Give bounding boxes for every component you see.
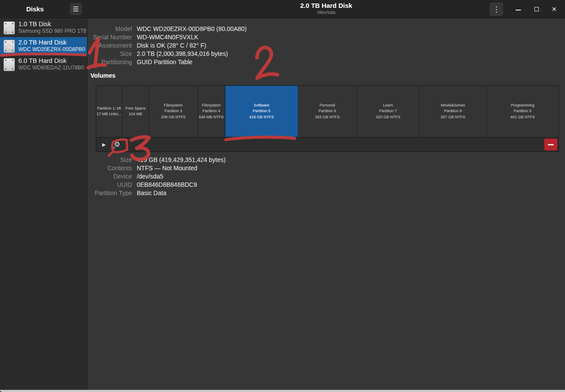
volume-toolbar: ▶ ⚙ <box>96 138 559 152</box>
info-label: Partition Type <box>88 189 132 197</box>
minimize-button[interactable] <box>513 3 524 15</box>
info-value: /dev/sda5 <box>137 172 163 181</box>
info-label: Size <box>88 156 132 164</box>
info-value: NTFS — Not Mounted <box>137 164 198 172</box>
app-menu-button[interactable]: ⋮ <box>489 2 504 17</box>
segment-line: 283 GB NTFS <box>315 114 340 120</box>
disk-title: 2.0 TB Hard Disk <box>18 39 86 46</box>
disk-title: 6.0 TB Hard Disk <box>18 57 86 64</box>
sidebar-item-disk-6tb[interactable]: 6.0 TB Hard Disk WDC WD60EDAZ-11U78B0 <box>0 55 87 74</box>
sidebar-item-disk-1tb[interactable]: 1.0 TB Disk Samsung SSD 980 PRO 1TB <box>0 19 87 37</box>
volume-box: Partition 1: Mi 17 MB Unkn... Free Space… <box>96 85 559 152</box>
info-value: WDC WD20EZRX-00D8PB0 (80.00A80) <box>137 25 246 33</box>
partition-options-button[interactable]: ⚙ <box>111 139 124 151</box>
delete-partition-button[interactable] <box>544 138 558 151</box>
info-row-uuid: UUID 0EB846D8B846BDC9 <box>88 181 565 189</box>
segment-line: Filesystem <box>202 103 221 109</box>
segment-line: Filesystem <box>164 103 183 109</box>
info-label: Contents <box>88 164 132 172</box>
info-row-partition-type: Partition Type Basic Data <box>88 189 565 197</box>
disk-title: 1.0 TB Disk <box>18 21 86 28</box>
segment-line: 419 GB NTFS <box>249 114 274 120</box>
close-icon: ✕ <box>551 6 557 13</box>
segment-line: 401 GB NTFS <box>510 114 535 120</box>
segment-line: Movie&Series <box>441 103 465 109</box>
minus-icon <box>548 144 554 145</box>
info-row-serial: Serial Number WD-WMC4N0F5VXLK <box>88 33 565 41</box>
maximize-button[interactable] <box>531 3 542 15</box>
minimize-icon <box>516 10 521 10</box>
disk-subtitle: WDC WD60EDAZ-11U78B0 <box>18 65 86 71</box>
info-value: Basic Data <box>137 189 166 197</box>
partition-segment-3[interactable]: Filesystem Partition 3 209 GB NTFS <box>149 86 198 137</box>
segment-line: Learn <box>383 103 393 109</box>
info-row-assessment: Assessment Disk is OK (28° C / 82° F) <box>88 41 565 50</box>
info-label: Partitioning <box>88 58 132 66</box>
headerbar: Disks ☰ 2.0 TB Hard Disk /dev/sda ⋮ ✕ <box>0 0 565 18</box>
disk-detail-pane: Model WDC WD20EZRX-00D8PB0 (80.00A80) Se… <box>88 19 565 390</box>
headerbar-left: Disks ☰ <box>0 0 87 18</box>
hard-disk-icon <box>3 58 15 71</box>
segment-line: Software <box>254 103 270 109</box>
partition-segment-8[interactable]: Movie&Series Partition 8 367 GB NTFS <box>419 86 487 137</box>
gear-icon: ⚙ <box>114 141 120 148</box>
info-label: Assessment <box>88 41 132 50</box>
segment-line: 209 GB NTFS <box>161 114 186 120</box>
partition-segment-9[interactable]: Programming Partition 9 401 GB NTFS <box>487 86 558 137</box>
app-title: Disks <box>8 5 62 13</box>
partition-segment-5-selected[interactable]: Software Partition 5 419 GB NTFS <box>225 86 298 137</box>
info-value: Disk is OK (28° C / 82° F) <box>137 41 206 50</box>
sidebar-item-disk-2tb[interactable]: 2.0 TB Hard Disk WDC WD20EZRX-00D8PB0 <box>0 37 87 55</box>
info-value: 2.0 TB (2,000,398,934,016 bytes) <box>137 50 228 58</box>
info-label: Model <box>88 25 132 33</box>
partition-segment-7[interactable]: Learn Partition 7 320 GB NTFS <box>357 86 419 137</box>
partition-segment-6[interactable]: Personal Partition 6 283 GB NTFS <box>298 86 357 137</box>
segment-line: Partition 6 <box>319 108 336 114</box>
partition-segment-4[interactable]: Filesystem Partition 4 546 MB NTFS <box>198 86 225 137</box>
info-value: WD-WMC4N0F5VXLK <box>137 33 198 41</box>
disk-list-sidebar: 1.0 TB Disk Samsung SSD 980 PRO 1TB 2.0 … <box>0 19 87 390</box>
gear-dot-icon <box>113 147 115 149</box>
mount-partition-button[interactable]: ▶ <box>97 139 111 151</box>
info-row-volume-size: Size 419 GB (419,429,351,424 bytes) <box>88 156 565 164</box>
segment-line: 546 MB NTFS <box>199 114 224 120</box>
info-value: 419 GB (419,429,351,424 bytes) <box>137 156 225 164</box>
hamburger-menu-button[interactable]: ☰ <box>69 2 83 16</box>
hard-disk-icon <box>3 21 15 34</box>
segment-line: Free Space <box>125 106 146 112</box>
info-value: GUID Partition Table <box>137 58 192 66</box>
headerbar-right: ⋮ ✕ <box>489 0 565 18</box>
segment-line: Partition 1: Mi <box>97 106 121 112</box>
partition-segment-1[interactable]: Partition 1: Mi 17 MB Unkn... <box>96 86 122 137</box>
info-label: Device <box>88 172 132 181</box>
play-icon: ▶ <box>102 142 106 147</box>
partition-bar: Partition 1: Mi 17 MB Unkn... Free Space… <box>96 85 559 138</box>
disk-info-grid: Model WDC WD20EZRX-00D8PB0 (80.00A80) Se… <box>88 25 565 66</box>
disk-subtitle: Samsung SSD 980 PRO 1TB <box>18 28 86 34</box>
info-label: Size <box>88 50 132 58</box>
segment-line: Partition 7 <box>379 108 397 114</box>
segment-line: 17 MB Unkn... <box>97 111 121 117</box>
info-row-device: Device /dev/sda5 <box>88 172 565 181</box>
segment-line: 320 GB NTFS <box>376 114 401 120</box>
window-bottom-edge <box>0 390 565 392</box>
segment-line: Partition 5 <box>253 108 270 114</box>
segment-line: Partition 9 <box>514 108 532 114</box>
segment-line: Partition 3 <box>164 108 182 114</box>
maximize-icon <box>534 7 539 11</box>
segment-line: Partition 8 <box>444 108 462 114</box>
volumes-heading: Volumes <box>90 72 115 79</box>
segment-line: Personal <box>319 103 335 109</box>
segment-line: Partition 4 <box>202 108 220 114</box>
partition-segment-free-space[interactable]: Free Space 104 MB <box>122 86 149 137</box>
disks-window: Disks ☰ 2.0 TB Hard Disk /dev/sda ⋮ ✕ 1.… <box>0 0 565 392</box>
disk-subtitle: WDC WD20EZRX-00D8PB0 <box>18 46 86 52</box>
segment-line: 367 GB NTFS <box>440 114 465 120</box>
hamburger-icon: ☰ <box>73 5 79 13</box>
segment-line: 104 MB <box>128 111 142 117</box>
info-label: UUID <box>88 181 132 189</box>
hard-disk-icon <box>3 40 15 53</box>
info-row-model: Model WDC WD20EZRX-00D8PB0 (80.00A80) <box>88 25 565 33</box>
vertical-dots-icon: ⋮ <box>493 5 500 14</box>
close-button[interactable]: ✕ <box>548 3 560 15</box>
